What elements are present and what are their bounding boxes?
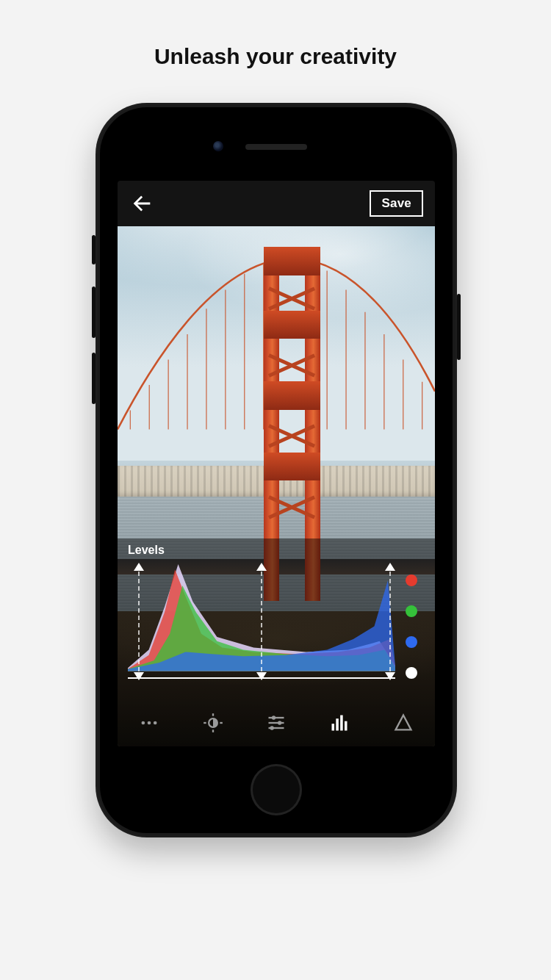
svg-point-14 xyxy=(142,721,145,725)
highlight-guide xyxy=(389,564,391,679)
channel-blue[interactable] xyxy=(406,636,417,648)
home-button[interactable] xyxy=(251,764,302,815)
app-screen: Save xyxy=(118,181,435,746)
exposure-icon xyxy=(203,713,223,733)
triangle-icon xyxy=(393,713,414,733)
front-camera xyxy=(213,141,223,151)
mute-switch xyxy=(92,235,96,264)
back-button[interactable] xyxy=(129,191,154,216)
mid-handle-top[interactable] xyxy=(256,563,267,571)
sliders-icon xyxy=(266,713,287,733)
power-button xyxy=(457,294,461,360)
shadow-guide xyxy=(138,564,140,679)
svg-point-15 xyxy=(148,721,151,725)
svg-rect-28 xyxy=(332,724,335,730)
highlight-handle-top[interactable] xyxy=(385,563,395,571)
svg-point-16 xyxy=(154,721,157,725)
svg-point-27 xyxy=(270,726,273,729)
vol-down xyxy=(92,353,96,404)
mid-guide xyxy=(261,564,262,679)
channel-red[interactable] xyxy=(406,574,417,586)
svg-rect-31 xyxy=(345,721,347,731)
marketing-title: Unleash your creativity xyxy=(0,44,551,69)
photo-canvas[interactable]: Levels xyxy=(118,226,435,746)
vol-up xyxy=(92,287,96,338)
shadow-handle-bottom[interactable] xyxy=(134,672,144,680)
save-button[interactable]: Save xyxy=(370,190,423,217)
svg-rect-30 xyxy=(341,716,344,731)
tool-light[interactable] xyxy=(198,708,228,738)
tool-sharpen[interactable] xyxy=(389,708,418,738)
tool-sliders[interactable] xyxy=(262,708,291,738)
svg-point-25 xyxy=(272,716,276,719)
svg-point-26 xyxy=(278,721,281,724)
speaker xyxy=(245,144,307,150)
tool-more[interactable] xyxy=(134,708,164,738)
channel-picker xyxy=(406,574,422,679)
back-arrow-icon xyxy=(129,191,154,216)
histogram-icon xyxy=(329,713,350,733)
device-frame: Save xyxy=(96,103,457,837)
channel-green[interactable] xyxy=(406,605,417,617)
mid-handle-bottom[interactable] xyxy=(256,672,267,680)
highlight-handle-bottom[interactable] xyxy=(385,672,395,680)
channel-luma[interactable] xyxy=(406,667,417,679)
shadow-handle-top[interactable] xyxy=(134,563,144,571)
app-bar: Save xyxy=(118,181,435,226)
panel-title: Levels xyxy=(128,544,165,557)
svg-rect-29 xyxy=(336,718,339,730)
more-icon xyxy=(139,713,159,733)
edit-toolbar xyxy=(118,699,435,746)
tool-levels[interactable] xyxy=(325,708,354,738)
levels-histogram[interactable] xyxy=(128,564,395,679)
